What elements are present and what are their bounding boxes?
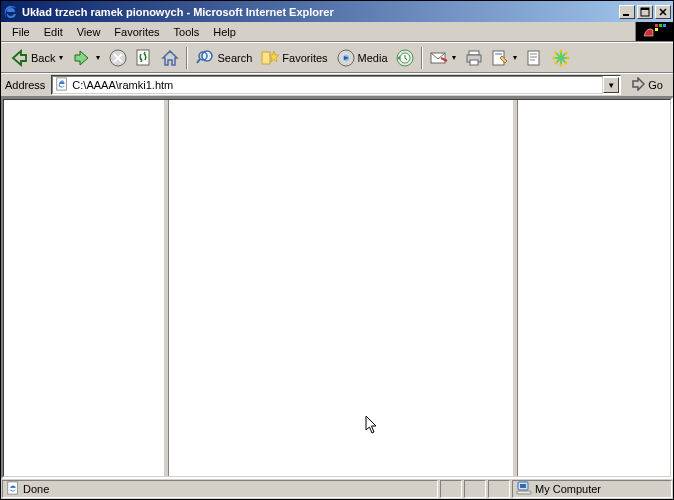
back-dropdown[interactable]: ▾ bbox=[57, 53, 64, 62]
status-page-icon bbox=[6, 481, 20, 497]
status-cell-1 bbox=[440, 480, 462, 498]
toolbar: Back ▾ ▾ Search Favorites Media bbox=[1, 42, 673, 73]
address-dropdown[interactable]: ▼ bbox=[603, 77, 619, 93]
svg-point-35 bbox=[566, 56, 569, 59]
svg-rect-43 bbox=[520, 484, 526, 488]
svg-rect-5 bbox=[663, 24, 666, 27]
media-icon bbox=[336, 48, 356, 68]
address-bar: Address C:\AAAA\ramki1.htm ▼ Go bbox=[1, 73, 673, 97]
mouse-cursor bbox=[365, 415, 379, 437]
mail-button[interactable]: ▾ bbox=[426, 46, 461, 70]
search-button[interactable]: Search bbox=[191, 46, 256, 70]
mail-dropdown[interactable]: ▾ bbox=[451, 53, 458, 62]
status-message-cell: Done bbox=[2, 480, 438, 498]
media-button[interactable]: Media bbox=[332, 46, 392, 70]
svg-rect-11 bbox=[262, 52, 270, 64]
status-text: Done bbox=[23, 483, 49, 495]
maximize-button[interactable] bbox=[637, 5, 653, 19]
address-label: Address bbox=[5, 79, 47, 91]
svg-rect-8 bbox=[137, 50, 149, 65]
separator bbox=[186, 47, 188, 69]
close-button[interactable] bbox=[655, 5, 671, 19]
menu-help[interactable]: Help bbox=[206, 24, 243, 40]
svg-rect-6 bbox=[655, 28, 658, 31]
edit-icon bbox=[490, 48, 510, 68]
back-button[interactable]: Back ▾ bbox=[5, 46, 68, 70]
svg-point-34 bbox=[552, 56, 555, 59]
svg-rect-2 bbox=[641, 8, 649, 10]
stop-button[interactable] bbox=[105, 46, 131, 70]
discuss-button[interactable] bbox=[522, 46, 548, 70]
svg-rect-17 bbox=[469, 51, 479, 55]
svg-point-32 bbox=[559, 49, 562, 52]
go-label: Go bbox=[648, 79, 663, 91]
favorites-button[interactable]: Favorites bbox=[256, 46, 331, 70]
mail-icon bbox=[429, 48, 449, 68]
frameset bbox=[4, 100, 670, 476]
menu-bar: File Edit View Favorites Tools Help bbox=[1, 22, 673, 42]
frame-left[interactable] bbox=[4, 100, 163, 476]
history-icon bbox=[395, 48, 415, 68]
menu-edit[interactable]: Edit bbox=[37, 24, 70, 40]
go-button[interactable]: Go bbox=[625, 75, 669, 95]
back-arrow-icon bbox=[9, 48, 29, 68]
status-cell-3 bbox=[488, 480, 510, 498]
svg-rect-21 bbox=[495, 53, 502, 55]
search-icon bbox=[195, 48, 215, 68]
title-bar: Układ trzech ramek pionowych - Microsoft… bbox=[1, 1, 673, 22]
svg-rect-44 bbox=[517, 491, 531, 494]
svg-point-37 bbox=[564, 61, 567, 64]
app-icon bbox=[3, 4, 19, 20]
forward-button[interactable]: ▾ bbox=[68, 46, 105, 70]
content-area bbox=[1, 97, 673, 479]
back-label: Back bbox=[31, 52, 55, 64]
forward-dropdown[interactable]: ▾ bbox=[94, 53, 101, 62]
my-computer-icon bbox=[516, 481, 532, 497]
status-bar: Done My Computer bbox=[1, 479, 673, 499]
print-button[interactable] bbox=[461, 46, 487, 70]
security-zone-text: My Computer bbox=[535, 483, 601, 495]
window-controls bbox=[619, 5, 671, 19]
svg-point-38 bbox=[564, 51, 567, 54]
print-icon bbox=[464, 48, 484, 68]
messenger-icon bbox=[551, 48, 571, 68]
edit-dropdown[interactable]: ▾ bbox=[512, 53, 519, 62]
separator bbox=[421, 47, 423, 69]
favorites-label: Favorites bbox=[282, 52, 327, 64]
menu-tools[interactable]: Tools bbox=[167, 24, 207, 40]
browser-window: Układ trzech ramek pionowych - Microsoft… bbox=[0, 0, 674, 500]
refresh-icon bbox=[134, 48, 154, 68]
menu-favorites[interactable]: Favorites bbox=[107, 24, 166, 40]
svg-point-39 bbox=[554, 61, 557, 64]
frame-center[interactable] bbox=[169, 100, 512, 476]
messenger-button[interactable] bbox=[548, 46, 574, 70]
go-arrow-icon bbox=[631, 77, 645, 93]
svg-rect-4 bbox=[659, 24, 662, 27]
window-title: Układ trzech ramek pionowych - Microsoft… bbox=[22, 6, 619, 18]
history-button[interactable] bbox=[392, 46, 418, 70]
minimize-button[interactable] bbox=[619, 5, 635, 19]
refresh-button[interactable] bbox=[131, 46, 157, 70]
address-input[interactable]: C:\AAAA\ramki1.htm bbox=[72, 79, 600, 91]
home-button[interactable] bbox=[157, 46, 183, 70]
discuss-icon bbox=[525, 48, 545, 68]
svg-point-33 bbox=[559, 63, 562, 66]
svg-rect-0 bbox=[623, 14, 629, 16]
search-label: Search bbox=[217, 52, 252, 64]
home-icon bbox=[160, 48, 180, 68]
address-field-wrap: C:\AAAA\ramki1.htm ▼ bbox=[51, 75, 621, 95]
status-cell-2 bbox=[464, 480, 486, 498]
svg-rect-3 bbox=[655, 24, 658, 27]
svg-rect-19 bbox=[470, 60, 478, 65]
forward-arrow-icon bbox=[72, 48, 92, 68]
throbber bbox=[635, 22, 673, 41]
security-zone-cell: My Computer bbox=[512, 480, 672, 498]
svg-point-36 bbox=[554, 51, 557, 54]
stop-icon bbox=[108, 48, 128, 68]
edit-button[interactable]: ▾ bbox=[487, 46, 522, 70]
page-icon bbox=[55, 77, 69, 93]
menu-file[interactable]: File bbox=[5, 24, 37, 40]
menu-view[interactable]: View bbox=[70, 24, 108, 40]
frame-right[interactable] bbox=[518, 100, 670, 476]
favorites-star-icon bbox=[260, 48, 280, 68]
